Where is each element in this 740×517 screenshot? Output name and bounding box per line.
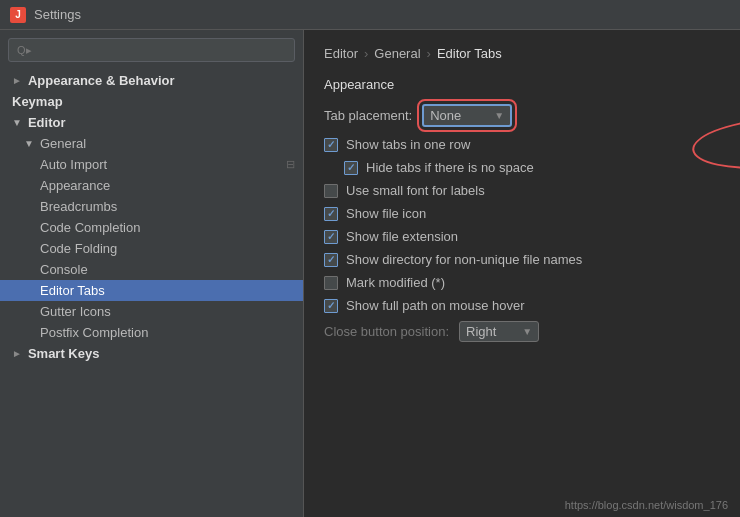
close-button-value: Right <box>466 324 516 339</box>
sidebar-item-breadcrumbs[interactable]: Breadcrumbs <box>0 196 303 217</box>
sidebar-item-auto-import[interactable]: Auto Import ⊟ <box>0 154 303 175</box>
show-file-icon-label: Show file icon <box>346 206 426 221</box>
show-directory-row[interactable]: Show directory for non-unique file names <box>324 252 720 267</box>
breadcrumb-sep-1: › <box>364 46 368 61</box>
small-font-checkbox-container[interactable]: Use small font for labels <box>324 183 485 198</box>
content-panel: Editor › General › Editor Tabs Appearanc… <box>304 30 740 368</box>
sidebar-item-appearance-behavior[interactable]: ► Appearance & Behavior <box>0 70 303 91</box>
sidebar-item-gutter-icons[interactable]: Gutter Icons <box>0 301 303 322</box>
expand-arrow-icon: ► <box>12 75 22 86</box>
show-full-path-checkbox-container[interactable]: Show full path on mouse hover <box>324 298 525 313</box>
app-icon: J <box>10 7 26 23</box>
expand-arrow-icon: ► <box>12 348 22 359</box>
hide-tabs-checkbox-container[interactable]: Hide tabs if there is no space <box>344 160 534 175</box>
collapse-arrow-icon: ▼ <box>24 138 34 149</box>
close-button-row: Close button position: Right ▼ <box>324 321 720 342</box>
sidebar-item-editor[interactable]: ▼ Editor <box>0 112 303 133</box>
mark-modified-label: Mark modified (*) <box>346 275 445 290</box>
tab-placement-label: Tab placement: <box>324 108 412 123</box>
search-box[interactable]: Q▸ <box>8 38 295 62</box>
footer-url: https://blog.csdn.net/wisdom_176 <box>565 499 728 511</box>
sidebar-item-editor-tabs[interactable]: Editor Tabs <box>0 280 303 301</box>
show-tabs-checkbox-container[interactable]: Show tabs in one row <box>324 137 470 152</box>
breadcrumb-sep-2: › <box>427 46 431 61</box>
search-icon: Q▸ <box>17 44 32 57</box>
hide-tabs-row[interactable]: Hide tabs if there is no space <box>324 160 720 175</box>
show-file-icon-row[interactable]: Show file icon <box>324 206 720 221</box>
title-bar: J Settings <box>0 0 740 30</box>
sidebar-item-general[interactable]: ▼ General <box>0 133 303 154</box>
show-file-ext-checkbox[interactable] <box>324 230 338 244</box>
show-tabs-label: Show tabs in one row <box>346 137 470 152</box>
show-directory-checkbox-container[interactable]: Show directory for non-unique file names <box>324 252 582 267</box>
show-file-ext-checkbox-container[interactable]: Show file extension <box>324 229 458 244</box>
show-full-path-row[interactable]: Show full path on mouse hover <box>324 298 720 313</box>
show-file-icon-checkbox-container[interactable]: Show file icon <box>324 206 426 221</box>
sidebar-item-smart-keys[interactable]: ► Smart Keys <box>0 343 303 364</box>
sidebar-item-code-folding[interactable]: Code Folding <box>0 238 303 259</box>
select-dropdown-icon: ▼ <box>494 110 504 121</box>
show-full-path-checkbox[interactable] <box>324 299 338 313</box>
close-button-label: Close button position: <box>324 324 449 339</box>
hide-tabs-label: Hide tabs if there is no space <box>366 160 534 175</box>
show-file-ext-row[interactable]: Show file extension <box>324 229 720 244</box>
show-file-ext-label: Show file extension <box>346 229 458 244</box>
sidebar-item-appearance[interactable]: Appearance <box>0 175 303 196</box>
mark-modified-checkbox[interactable] <box>324 276 338 290</box>
small-font-label: Use small font for labels <box>346 183 485 198</box>
sidebar-item-code-completion[interactable]: Code Completion <box>0 217 303 238</box>
tab-placement-row: Tab placement: None ▼ <box>324 104 720 127</box>
content-wrapper: Editor › General › Editor Tabs Appearanc… <box>304 30 740 517</box>
sidebar-item-keymap[interactable]: Keymap <box>0 91 303 112</box>
tab-placement-value: None <box>430 108 488 123</box>
search-input[interactable] <box>36 43 286 57</box>
sidebar-item-console[interactable]: Console <box>0 259 303 280</box>
appearance-section-title: Appearance <box>324 77 720 92</box>
small-font-row[interactable]: Use small font for labels <box>324 183 720 198</box>
show-file-icon-checkbox[interactable] <box>324 207 338 221</box>
sidebar: Q▸ ► Appearance & Behavior Keymap ▼ Edit… <box>0 30 304 517</box>
show-directory-label: Show directory for non-unique file names <box>346 252 582 267</box>
small-font-checkbox[interactable] <box>324 184 338 198</box>
collapse-arrow-icon: ▼ <box>12 117 22 128</box>
mark-modified-row[interactable]: Mark modified (*) <box>324 275 720 290</box>
show-tabs-row[interactable]: Show tabs in one row <box>324 137 720 152</box>
sidebar-item-postfix-completion[interactable]: Postfix Completion <box>0 322 303 343</box>
show-full-path-label: Show full path on mouse hover <box>346 298 525 313</box>
mark-modified-checkbox-container[interactable]: Mark modified (*) <box>324 275 445 290</box>
window-title: Settings <box>34 7 81 22</box>
hide-tabs-checkbox[interactable] <box>344 161 358 175</box>
close-button-select[interactable]: Right ▼ <box>459 321 539 342</box>
show-tabs-checkbox[interactable] <box>324 138 338 152</box>
breadcrumb: Editor › General › Editor Tabs <box>324 46 720 61</box>
main-layout: Q▸ ► Appearance & Behavior Keymap ▼ Edit… <box>0 30 740 517</box>
tab-placement-select[interactable]: None ▼ <box>422 104 512 127</box>
close-button-dropdown-icon: ▼ <box>522 326 532 337</box>
show-directory-checkbox[interactable] <box>324 253 338 267</box>
auto-import-icon: ⊟ <box>286 158 295 171</box>
